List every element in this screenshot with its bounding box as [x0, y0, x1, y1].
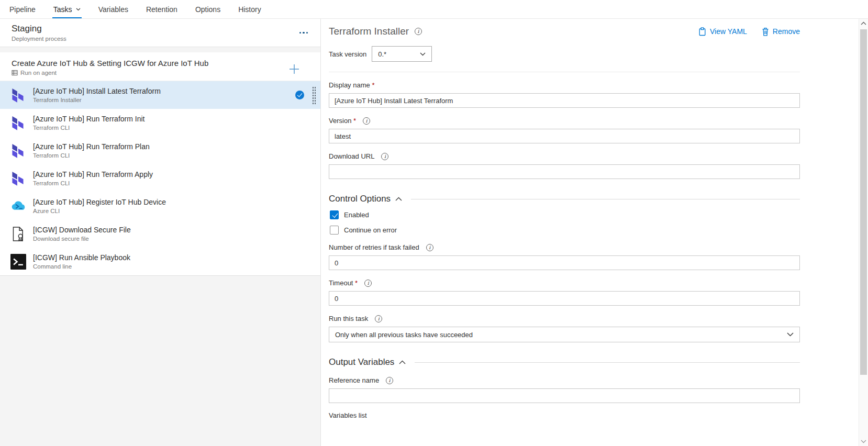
continue-on-error-label: Continue on error [344, 226, 397, 234]
variables-list-label: Variables list [329, 411, 800, 419]
selected-check-badge [295, 91, 304, 99]
task-row[interactable]: [ICGW] Download Secure File Download sec… [0, 220, 320, 248]
run-this-task-label: Run this task [329, 315, 368, 322]
run-this-task-select[interactable]: Only when all previous tasks have succee… [329, 327, 800, 342]
azure-cli-icon [10, 198, 26, 214]
task-row[interactable]: [Azure IoT Hub] Install Latest Terraform… [0, 81, 320, 109]
stage-panel: Staging Deployment process Create Azure … [0, 19, 321, 446]
download-url-input[interactable] [329, 164, 800, 179]
tab-retention[interactable]: Retention [146, 0, 177, 18]
agent-job-card: Create Azure IoT Hub & Setting ICGW for … [0, 52, 320, 276]
task-row[interactable]: [Azure IoT Hub] Register IoT Hub Device … [0, 192, 320, 220]
enabled-checkbox[interactable]: Enabled [330, 210, 800, 219]
info-icon[interactable] [426, 244, 433, 251]
terraform-icon [10, 87, 26, 103]
task-title: [ICGW] Download Secure File [33, 226, 316, 234]
task-row[interactable]: [Azure IoT Hub] Run Terraform Plan Terra… [0, 137, 320, 164]
terraform-icon [10, 115, 26, 131]
secure-file-icon [10, 226, 26, 242]
section-rule [411, 199, 800, 199]
clipboard-icon [698, 27, 706, 36]
task-detail-title: Terraform Installer [329, 26, 409, 37]
collapse-chevron-icon[interactable] [399, 360, 406, 364]
tab-history[interactable]: History [238, 0, 261, 18]
info-icon[interactable] [375, 315, 382, 322]
agent-job-title: Create Azure IoT Hub & Setting ICGW for … [12, 59, 208, 68]
task-row[interactable]: [Azure IoT Hub] Run Terraform Init Terra… [0, 109, 320, 137]
checkbox-icon [330, 226, 339, 235]
checkbox-icon [330, 210, 339, 219]
top-nav: Pipeline Tasks Variables Retention Optio… [0, 0, 868, 19]
view-yaml-button[interactable]: View YAML [698, 27, 747, 36]
divider [329, 72, 800, 72]
task-title: [ICGW] Run Ansible Playbook [33, 253, 316, 262]
version-label: Version [329, 117, 356, 125]
task-subtitle: Terraform CLI [33, 180, 316, 186]
info-icon[interactable] [364, 280, 372, 287]
enabled-label: Enabled [344, 211, 369, 219]
task-detail-panel: Terraform Installer View YAML Remove Tas… [321, 19, 859, 446]
section-rule [415, 362, 800, 363]
command-line-icon [10, 254, 26, 270]
task-version-label: Task version [329, 50, 366, 58]
display-name-input[interactable] [329, 93, 800, 108]
retries-input[interactable] [329, 255, 800, 270]
task-title: [Azure IoT Hub] Register IoT Hub Device [33, 198, 316, 206]
download-url-label: Download URL [329, 152, 374, 160]
info-icon[interactable] [415, 28, 422, 35]
task-subtitle: Terraform CLI [33, 125, 316, 131]
task-title: [Azure IoT Hub] Run Terraform Apply [33, 170, 316, 179]
remove-button[interactable]: Remove [762, 27, 800, 36]
task-row[interactable]: [Azure IoT Hub] Run Terraform Apply Terr… [0, 164, 320, 192]
timeout-input[interactable] [329, 291, 800, 306]
chevron-down-icon [787, 332, 794, 337]
info-icon[interactable] [381, 153, 388, 160]
terraform-icon [10, 143, 26, 159]
drag-handle[interactable] [312, 86, 316, 104]
info-icon[interactable] [363, 117, 370, 125]
task-title: [Azure IoT Hub] Install Latest Terraform [33, 87, 288, 95]
more-options-button[interactable] [297, 28, 310, 38]
display-name-label: Display name [329, 81, 374, 89]
scroll-down-icon[interactable] [861, 440, 866, 443]
task-subtitle: Download secure file [33, 236, 316, 242]
agent-job-subtitle: Run on agent [20, 70, 57, 76]
scrollbar[interactable] [859, 19, 868, 446]
tab-pipeline[interactable]: Pipeline [9, 0, 36, 18]
timeout-label: Timeout [329, 279, 358, 287]
terraform-icon [10, 171, 26, 186]
trash-icon [762, 27, 769, 36]
agent-icon [12, 70, 18, 76]
tab-variables[interactable]: Variables [98, 0, 128, 18]
task-version-select[interactable]: 0.* [372, 46, 432, 62]
retries-label: Number of retries if task failed [329, 243, 419, 251]
control-options-title: Control Options [329, 194, 391, 204]
scrollbar-thumb[interactable] [860, 29, 867, 375]
task-subtitle: Terraform Installer [33, 97, 288, 103]
task-subtitle: Terraform CLI [33, 152, 316, 159]
continue-on-error-checkbox[interactable]: Continue on error [330, 226, 800, 235]
add-task-button[interactable] [288, 63, 301, 75]
stage-header: Staging Deployment process [0, 19, 320, 47]
collapse-chevron-icon[interactable] [395, 197, 402, 201]
info-icon[interactable] [386, 377, 393, 384]
stage-subtitle: Deployment process [12, 36, 66, 42]
version-input[interactable] [329, 129, 800, 143]
scroll-up-icon[interactable] [861, 21, 866, 25]
task-row[interactable]: [ICGW] Run Ansible Playbook Command line [0, 248, 320, 275]
task-subtitle: Command line [33, 263, 316, 270]
tab-options[interactable]: Options [195, 0, 220, 18]
chevron-down-icon [76, 8, 81, 11]
stage-title: Staging [12, 24, 66, 34]
task-title: [Azure IoT Hub] Run Terraform Init [33, 115, 316, 123]
reference-name-label: Reference name [329, 376, 379, 384]
task-subtitle: Azure CLI [33, 208, 316, 214]
chevron-down-icon [420, 52, 426, 56]
task-title: [Azure IoT Hub] Run Terraform Plan [33, 142, 316, 151]
output-variables-title: Output Variables [329, 357, 394, 367]
reference-name-input[interactable] [329, 388, 800, 403]
tab-tasks[interactable]: Tasks [53, 0, 81, 18]
agent-job-header[interactable]: Create Azure IoT Hub & Setting ICGW for … [0, 52, 320, 81]
